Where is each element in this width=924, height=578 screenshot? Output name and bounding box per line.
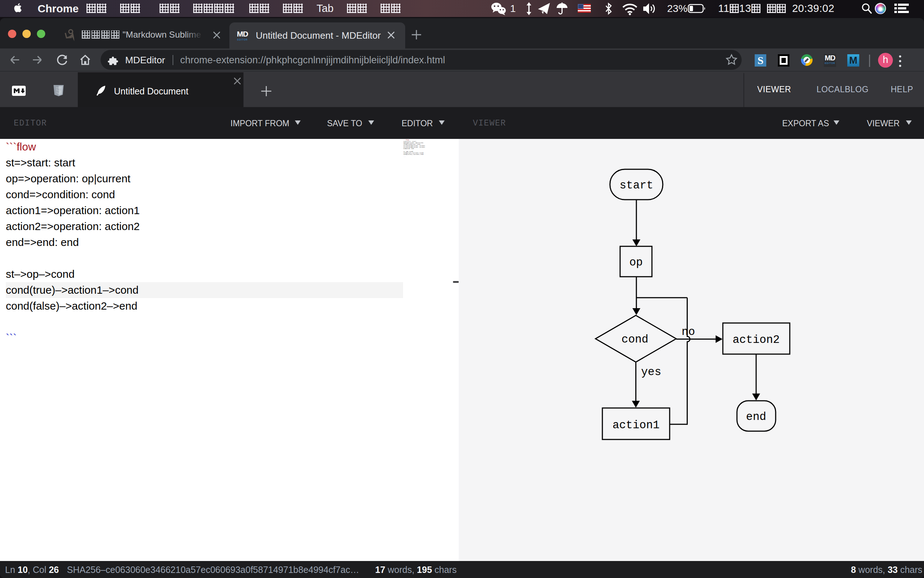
svg-text:end: end — [746, 411, 766, 423]
svg-text:start: start — [619, 179, 653, 192]
svg-text:op: op — [629, 256, 643, 269]
svg-text:no: no — [682, 326, 695, 338]
svg-text:action1: action1 — [612, 419, 659, 432]
svg-text:yes: yes — [641, 366, 661, 378]
svg-text:cond: cond — [622, 333, 648, 346]
svg-text:action2: action2 — [732, 333, 779, 346]
